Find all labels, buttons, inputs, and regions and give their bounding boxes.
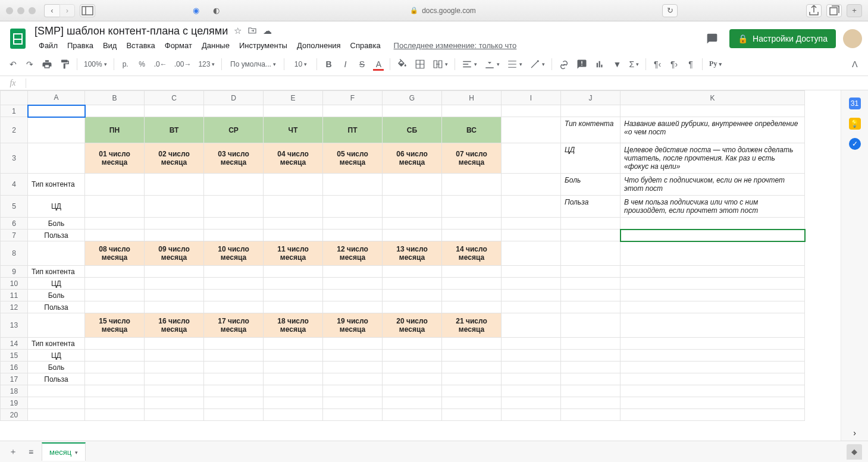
cell[interactable] [502, 385, 561, 397]
cell[interactable] [264, 385, 323, 397]
paint-format-button[interactable] [57, 56, 73, 72]
cell[interactable] [621, 350, 805, 362]
cell[interactable] [621, 338, 805, 350]
legend-pain-label[interactable]: Боль [561, 174, 621, 196]
cell[interactable] [323, 301, 383, 313]
cell[interactable] [442, 278, 502, 290]
rotate-button[interactable] [527, 56, 547, 72]
cell[interactable] [145, 266, 204, 278]
tasks-addon-icon[interactable]: ✓ [849, 138, 861, 150]
legend-use-label[interactable]: Польза [561, 196, 621, 218]
cell[interactable] [323, 338, 383, 350]
cell[interactable] [502, 196, 561, 218]
legend-type-desc[interactable]: Название вашей рубрики, внутреннее опред… [621, 117, 805, 143]
row-label[interactable]: Польза [28, 373, 85, 385]
percent-button[interactable]: % [135, 56, 149, 72]
date-cell[interactable]: 14 число месяца [442, 241, 502, 266]
cell[interactable] [85, 105, 145, 117]
cell[interactable] [264, 230, 323, 241]
legend-cd-desc[interactable]: Целевое действие поста — что должен сдел… [621, 143, 805, 174]
cell[interactable] [621, 385, 805, 397]
cell[interactable] [85, 218, 145, 230]
date-cell[interactable]: 10 число месяца [204, 241, 264, 266]
cell[interactable] [323, 290, 383, 301]
nav-forward-button[interactable]: › [59, 4, 75, 17]
cell[interactable] [264, 174, 323, 196]
cell[interactable] [264, 266, 323, 278]
cell[interactable] [145, 301, 204, 313]
cell[interactable] [264, 409, 323, 421]
cell[interactable] [85, 266, 145, 278]
cell[interactable] [561, 230, 621, 241]
date-cell[interactable]: 17 число месяца [204, 313, 264, 338]
cell[interactable] [85, 397, 145, 409]
cell[interactable] [145, 350, 204, 362]
cell[interactable] [145, 397, 204, 409]
text-color-button[interactable]: A [371, 56, 386, 72]
cell[interactable] [204, 278, 264, 290]
cell[interactable] [145, 218, 204, 230]
day-header[interactable]: ПН [85, 117, 145, 143]
cell[interactable] [442, 266, 502, 278]
cell[interactable] [145, 290, 204, 301]
cell[interactable] [621, 301, 805, 313]
row-header-1[interactable]: 1 [1, 105, 28, 117]
cell[interactable] [383, 196, 442, 218]
date-cell[interactable]: 12 число месяца [323, 241, 383, 266]
day-header[interactable]: ВС [442, 117, 502, 143]
cell[interactable] [264, 397, 323, 409]
cell[interactable] [442, 174, 502, 196]
legend-pain-desc[interactable]: Что будет с подписчиком, если он не проч… [621, 174, 805, 196]
font-size-select[interactable]: 10 [289, 56, 312, 72]
undo-button[interactable]: ↶ [6, 56, 20, 72]
cell[interactable] [561, 397, 621, 409]
cell[interactable] [383, 409, 442, 421]
col-header-E[interactable]: E [264, 91, 323, 105]
account-avatar[interactable] [843, 29, 862, 48]
menu-file[interactable]: Файл [35, 39, 62, 52]
menu-addons[interactable]: Дополнения [293, 39, 345, 52]
row-header-16[interactable]: 16 [1, 362, 28, 373]
cell[interactable] [502, 230, 561, 241]
font-select[interactable]: По умолча... [226, 56, 280, 72]
row-label[interactable]: Боль [28, 290, 85, 301]
cell[interactable] [621, 266, 805, 278]
cell[interactable] [383, 385, 442, 397]
cell[interactable] [502, 174, 561, 196]
wrap-button[interactable] [504, 56, 525, 72]
comment-button[interactable] [574, 56, 590, 72]
cell[interactable] [85, 174, 145, 196]
menu-edit[interactable]: Правка [63, 39, 98, 52]
cell[interactable] [442, 105, 502, 117]
cell[interactable] [561, 313, 621, 338]
decrease-decimal-button[interactable]: .0← [152, 56, 170, 72]
cell[interactable] [145, 373, 204, 385]
row-header-14[interactable]: 14 [1, 338, 28, 350]
cell[interactable] [264, 290, 323, 301]
row-label[interactable]: Тип контента [28, 266, 85, 278]
shield-icon[interactable]: ◉ [188, 4, 203, 17]
row-label[interactable]: Польза [28, 301, 85, 313]
cell[interactable] [383, 373, 442, 385]
cell[interactable] [383, 174, 442, 196]
cell[interactable] [502, 409, 561, 421]
sheet-tab-active[interactable]: месяц▾ [42, 442, 86, 461]
cell[interactable] [323, 196, 383, 218]
cell[interactable] [145, 409, 204, 421]
date-cell[interactable]: 11 число месяца [264, 241, 323, 266]
cell[interactable] [383, 218, 442, 230]
cell[interactable] [145, 105, 204, 117]
tabs-button[interactable] [826, 4, 842, 17]
cell[interactable] [561, 105, 621, 117]
cell[interactable] [85, 350, 145, 362]
cell[interactable] [323, 218, 383, 230]
col-header-B[interactable]: B [85, 91, 145, 105]
cell[interactable] [561, 266, 621, 278]
cell[interactable] [204, 350, 264, 362]
cell[interactable] [442, 397, 502, 409]
sheets-logo[interactable] [6, 27, 30, 51]
cell[interactable] [204, 105, 264, 117]
cell[interactable] [442, 373, 502, 385]
cell[interactable] [145, 230, 204, 241]
cell[interactable] [264, 338, 323, 350]
